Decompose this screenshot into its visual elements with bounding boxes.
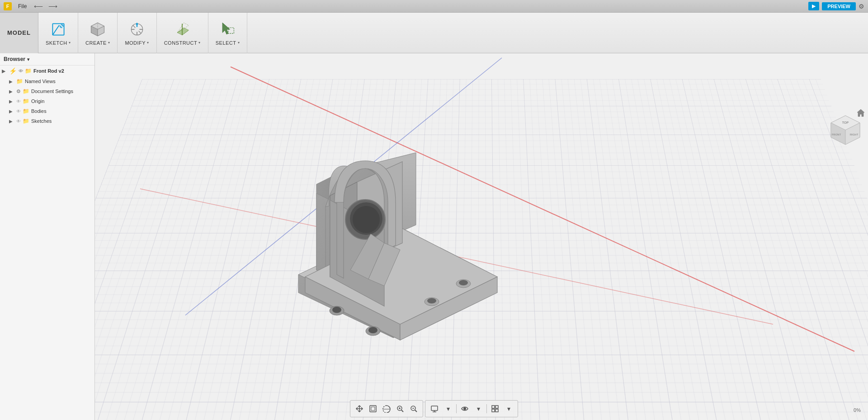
svg-rect-73: [431, 406, 438, 411]
browser-item-doc-settings[interactable]: ▶ ⚙ 📁 Document Settings: [0, 86, 94, 96]
toolbar-divider-1: [456, 404, 457, 413]
root-expand-icon: ▶: [2, 69, 7, 74]
doc-settings-expand: ▶: [9, 89, 14, 94]
visibility-chevron[interactable]: ▾: [472, 402, 485, 415]
named-views-folder-icon: 📁: [16, 78, 23, 84]
redo-button[interactable]: ⟶: [47, 2, 59, 11]
browser-item-named-views[interactable]: ▶ 📁 Named Views: [0, 76, 94, 86]
svg-rect-79: [492, 409, 495, 412]
svg-rect-64: [371, 407, 375, 411]
modify-icon-area: [128, 20, 146, 38]
construct-icon: [174, 21, 190, 37]
create-icon-area: [89, 20, 107, 38]
zoom-in-tool[interactable]: [394, 402, 406, 415]
doc-settings-label: Document Settings: [31, 89, 73, 94]
svg-point-46: [459, 280, 468, 285]
svg-rect-78: [495, 406, 498, 408]
display-chevron[interactable]: ▾: [442, 402, 454, 415]
root-eye-icon: 👁: [19, 69, 23, 74]
browser-item-origin[interactable]: ▶ 👁 📁 Origin: [0, 96, 94, 106]
sketch-group[interactable]: SKETCH ▾: [38, 13, 78, 53]
sketch-label: SKETCH ▾: [46, 40, 71, 46]
svg-rect-77: [492, 406, 495, 408]
root-label: Front Rod v2: [33, 68, 64, 74]
svg-text:TOP: TOP: [842, 121, 849, 124]
sketches-label: Sketches: [31, 118, 52, 124]
browser-item-bodies[interactable]: ▶ 👁 📁 Bodies: [0, 106, 94, 116]
bottom-toolbar: ▾ ▾ ▾: [0, 397, 868, 420]
view-cube-svg: TOP FRONT RIGHT: [827, 112, 863, 148]
undo-redo-group: ⟵ ⟶: [32, 2, 59, 11]
file-menu[interactable]: File: [14, 2, 30, 10]
navigation-tools: [350, 400, 423, 417]
bodies-expand: ▶: [9, 109, 14, 114]
modify-chevron: ▾: [147, 41, 149, 45]
3d-model: [253, 107, 533, 351]
home-icon: [856, 108, 865, 117]
send-button[interactable]: ▶: [808, 2, 819, 10]
svg-rect-63: [370, 406, 376, 412]
bodies-label: Bodies: [31, 108, 47, 114]
browser-item-root[interactable]: ▶ ⚡ 👁 📁 Front Rod v2: [0, 65, 94, 76]
browser-item-sketches[interactable]: ▶ 👁 📁 Sketches: [0, 116, 94, 126]
create-group[interactable]: CREATE ▾: [78, 13, 118, 53]
model-svg: [253, 107, 533, 351]
fit-tool[interactable]: [367, 402, 379, 415]
construct-group[interactable]: CONSTRUCT ▾: [157, 13, 208, 53]
view-cube[interactable]: TOP FRONT RIGHT: [827, 112, 863, 148]
svg-point-40: [332, 307, 341, 313]
model-button[interactable]: MODEL: [0, 13, 38, 53]
bodies-eye-icon: 👁: [16, 109, 21, 114]
preview-button[interactable]: PREVIEW: [822, 2, 856, 10]
svg-rect-80: [495, 409, 498, 412]
svg-marker-55: [857, 109, 864, 117]
settings-button[interactable]: ⚙: [859, 3, 864, 10]
orbit-tool[interactable]: [380, 402, 393, 415]
display-mode-button[interactable]: [428, 402, 441, 415]
create-icon: [90, 21, 106, 37]
display-tools: ▾ ▾ ▾: [425, 400, 518, 417]
browser-panel: Browser ▾ ▶ ⚡ 👁 📁 Front Rod v2 ▶ 📁 Named…: [0, 53, 95, 420]
svg-point-52: [353, 206, 380, 233]
browser-header[interactable]: Browser ▾: [0, 53, 94, 65]
named-views-label: Named Views: [25, 79, 56, 84]
home-button[interactable]: [856, 108, 865, 117]
select-chevron: ▾: [238, 41, 240, 45]
modify-group[interactable]: MODIFY ▾: [118, 13, 156, 53]
titlebar: F File ⟵ ⟶ ▶ PREVIEW ⚙: [0, 0, 868, 13]
sketches-expand: ▶: [9, 119, 14, 124]
origin-expand: ▶: [9, 99, 14, 104]
viewport[interactable]: TOP FRONT RIGHT 0%: [95, 53, 868, 420]
svg-line-67: [401, 410, 403, 412]
svg-text:RIGHT: RIGHT: [850, 133, 859, 136]
create-chevron: ▾: [108, 41, 110, 45]
construct-chevron: ▾: [198, 41, 201, 45]
select-icon: [219, 21, 236, 37]
svg-line-71: [415, 410, 417, 412]
modify-label: MODIFY ▾: [125, 40, 149, 46]
modify-icon: [129, 21, 145, 37]
root-bolt-icon: ⚡: [9, 67, 17, 75]
create-label: CREATE ▾: [85, 40, 110, 46]
construct-icon-area: [173, 20, 191, 38]
browser-title: Browser: [4, 56, 25, 62]
pan-tool[interactable]: [353, 402, 366, 415]
named-views-expand: ▶: [9, 79, 14, 84]
sketches-folder-icon: 📁: [23, 118, 29, 124]
select-icon-area: [218, 20, 236, 38]
svg-text:FRONT: FRONT: [832, 133, 841, 136]
sketch-icon-area: [49, 20, 67, 38]
sketch-chevron: ▾: [69, 41, 71, 45]
select-group[interactable]: SELECT ▾: [208, 13, 247, 53]
doc-settings-gear-icon: ⚙: [16, 89, 21, 94]
app-icon: F: [4, 2, 12, 10]
grid-chevron[interactable]: ▾: [502, 402, 515, 415]
sketches-eye-icon: 👁: [16, 119, 21, 124]
root-folder-icon: 📁: [25, 68, 32, 74]
grid-button[interactable]: [489, 402, 501, 415]
svg-marker-20: [223, 23, 230, 34]
svg-point-42: [368, 327, 377, 333]
undo-button[interactable]: ⟵: [32, 2, 45, 11]
zoom-fit-tool[interactable]: [407, 402, 420, 415]
visibility-button[interactable]: [458, 402, 471, 415]
